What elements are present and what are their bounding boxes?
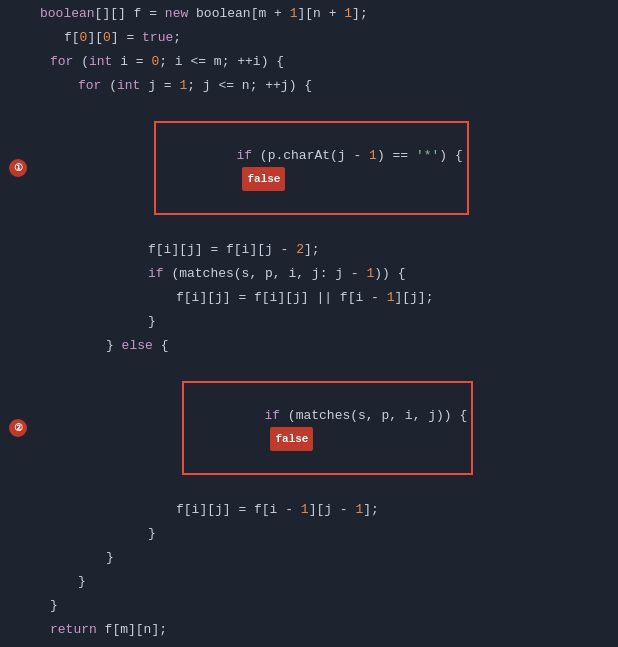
code-line: f[0][0] = true; xyxy=(0,26,618,50)
code-line: for (int j = 1; j <= n; ++j) { xyxy=(0,74,618,98)
code-line: for (int i = 0; i <= m; ++i) { xyxy=(0,50,618,74)
code-line: f[i][j] = f[i - 1][j - 1]; xyxy=(0,498,618,522)
code-line: } xyxy=(0,642,618,647)
code-line: if (matches(s, p, i, j: j - 1)) { xyxy=(0,262,618,286)
code-line: } xyxy=(0,570,618,594)
code-line: } else { xyxy=(0,334,618,358)
badge-1: ① xyxy=(9,159,27,177)
code-line: } xyxy=(0,594,618,618)
code-line-redbox1: ① if (p.charAt(j - 1) == '*') { false xyxy=(0,98,618,238)
code-line: } xyxy=(0,522,618,546)
code-line: return f[m][n]; xyxy=(0,618,618,642)
badge-2: ② xyxy=(9,419,27,437)
code-line-redbox2: ② if (matches(s, p, i, j)) { false xyxy=(0,358,618,498)
code-line: f[i][j] = f[i][j] || f[i - 1][j]; xyxy=(0,286,618,310)
code-line: f[i][j] = f[i][j - 2]; xyxy=(0,238,618,262)
code-container: boolean[][] f = new boolean[m + 1][n + 1… xyxy=(0,0,618,647)
code-line: } xyxy=(0,546,618,570)
code-line: boolean[][] f = new boolean[m + 1][n + 1… xyxy=(0,2,618,26)
code-line: } xyxy=(0,310,618,334)
